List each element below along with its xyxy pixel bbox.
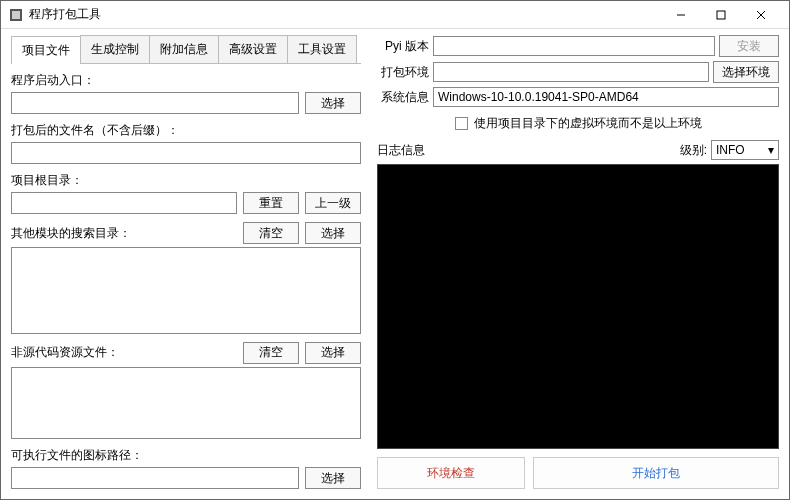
sysinfo-input[interactable] (433, 87, 779, 107)
svg-rect-3 (717, 11, 725, 19)
window-title: 程序打包工具 (29, 6, 661, 23)
projroot-up-button[interactable]: 上一级 (305, 192, 361, 214)
env-label: 打包环境 (377, 64, 429, 81)
iconpath-select-button[interactable]: 选择 (305, 467, 361, 489)
outname-input[interactable] (11, 142, 361, 164)
searchdir-label: 其他模块的搜索目录： (11, 225, 131, 242)
level-label: 级别: (680, 142, 707, 159)
entry-select-button[interactable]: 选择 (305, 92, 361, 114)
searchdir-clear-button[interactable]: 清空 (243, 222, 299, 244)
resfiles-select-button[interactable]: 选择 (305, 342, 361, 364)
projroot-label: 项目根目录： (11, 172, 361, 189)
use-venv-label: 使用项目目录下的虚拟环境而不是以上环境 (474, 115, 702, 132)
projroot-reset-button[interactable]: 重置 (243, 192, 299, 214)
titlebar: 程序打包工具 (1, 1, 789, 29)
minimize-button[interactable] (661, 1, 701, 29)
log-output[interactable] (377, 164, 779, 449)
start-build-button[interactable]: 开始打包 (533, 457, 779, 489)
tab-bar: 项目文件 生成控制 附加信息 高级设置 工具设置 (11, 35, 361, 64)
pyi-version-label: Pyi 版本 (377, 38, 429, 55)
searchdir-select-button[interactable]: 选择 (305, 222, 361, 244)
log-level-value: INFO (716, 143, 745, 157)
env-input[interactable] (433, 62, 709, 82)
resfiles-textarea[interactable] (11, 367, 361, 439)
pyi-version-input[interactable] (433, 36, 715, 56)
env-check-button[interactable]: 环境检查 (377, 457, 525, 489)
svg-rect-1 (12, 11, 20, 19)
log-level-select[interactable]: INFO ▾ (711, 140, 779, 160)
env-select-button[interactable]: 选择环境 (713, 61, 779, 83)
tab-project-files[interactable]: 项目文件 (11, 36, 81, 64)
sysinfo-label: 系统信息 (377, 89, 429, 106)
searchdir-textarea[interactable] (11, 247, 361, 334)
tab-tool-settings[interactable]: 工具设置 (287, 35, 357, 63)
outname-label: 打包后的文件名（不含后缀）： (11, 122, 361, 139)
iconpath-label: 可执行文件的图标路径： (11, 447, 361, 464)
iconpath-input[interactable] (11, 467, 299, 489)
log-label: 日志信息 (377, 142, 425, 159)
tab-extra-info[interactable]: 附加信息 (149, 35, 219, 63)
use-venv-checkbox[interactable] (455, 117, 468, 130)
maximize-button[interactable] (701, 1, 741, 29)
tab-build-control[interactable]: 生成控制 (80, 35, 150, 63)
app-icon (9, 8, 23, 22)
tab-advanced[interactable]: 高级设置 (218, 35, 288, 63)
close-button[interactable] (741, 1, 781, 29)
chevron-down-icon: ▾ (768, 143, 774, 157)
resfiles-label: 非源代码资源文件： (11, 344, 119, 361)
entry-input[interactable] (11, 92, 299, 114)
resfiles-clear-button[interactable]: 清空 (243, 342, 299, 364)
projroot-input[interactable] (11, 192, 237, 214)
pyi-install-button[interactable]: 安装 (719, 35, 779, 57)
entry-label: 程序启动入口： (11, 72, 361, 89)
